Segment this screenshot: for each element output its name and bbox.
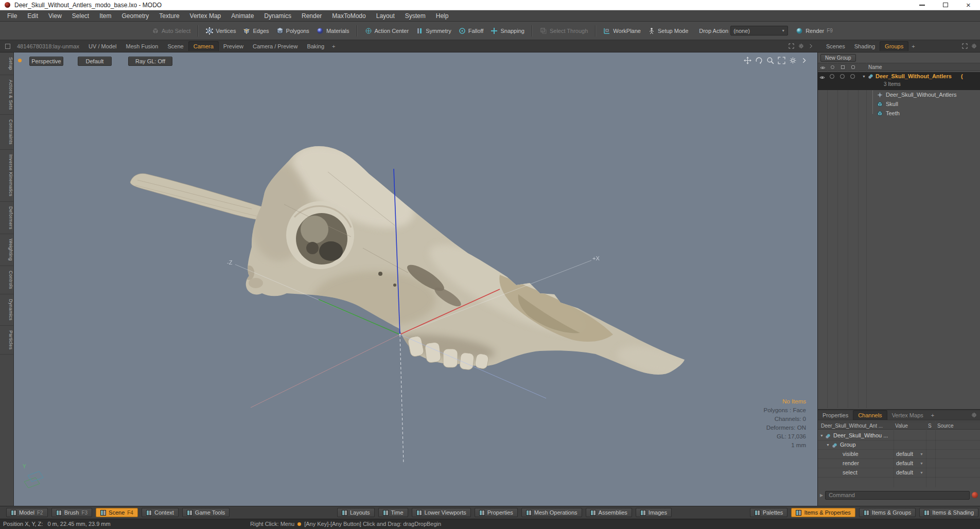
value-dropdown-icon[interactable]: ▼: [920, 459, 923, 468]
tree-item-skull[interactable]: Skull: [818, 100, 980, 109]
item-toggle-2[interactable]: [840, 74, 845, 79]
panel-expand-icon[interactable]: [962, 43, 968, 49]
viewport-3d[interactable]: +X -Z Y Perspective Default Ray GL: Off: [14, 52, 817, 506]
menu-render[interactable]: Render: [296, 11, 327, 21]
symmetry-button[interactable]: Symmetry: [412, 26, 455, 36]
setup-mode-button[interactable]: Setup Mode: [644, 26, 692, 36]
rail-tab-actors-sets[interactable]: Actors & Sets: [0, 75, 13, 115]
tab-camera-preview[interactable]: Camera / Preview: [248, 42, 302, 51]
viewport-camera-button[interactable]: Perspective: [29, 57, 63, 66]
close-button[interactable]: ×: [957, 0, 980, 10]
menu-help[interactable]: Help: [431, 11, 454, 21]
channel-row-visible[interactable]: visible default ▼: [818, 449, 980, 459]
new-group-button[interactable]: New Group: [820, 54, 856, 62]
tab-add-button[interactable]: +: [329, 42, 338, 51]
tab-baking[interactable]: Baking: [302, 42, 329, 51]
rail-tab-weighting[interactable]: Weighting: [0, 234, 13, 266]
panel-mode-items-properties[interactable]: Items & Properties: [791, 508, 855, 517]
expand-icon[interactable]: [789, 43, 794, 49]
tree-item-locator[interactable]: Deer_Skull_Without_Antlers: [818, 91, 980, 99]
tab-groups[interactable]: Groups: [880, 41, 908, 51]
menu-select[interactable]: Select: [67, 11, 94, 21]
expander-icon[interactable]: ▼: [862, 75, 866, 78]
item-eye-icon[interactable]: [819, 74, 825, 80]
pan-icon[interactable]: [744, 57, 751, 64]
orbit-icon[interactable]: [755, 57, 763, 64]
record-icon[interactable]: [972, 492, 978, 498]
toggle-assemblies[interactable]: Assemblies: [586, 508, 632, 517]
menu-file[interactable]: File: [2, 11, 22, 21]
item-toggle-3[interactable]: [850, 74, 855, 79]
zoom-icon[interactable]: [766, 57, 774, 64]
materials-button[interactable]: Materials: [313, 26, 353, 36]
tab-uv-model[interactable]: UV / Model: [84, 42, 121, 51]
menu-texture[interactable]: Texture: [154, 11, 184, 21]
item-toggle-1[interactable]: [830, 74, 834, 79]
toggle-time[interactable]: Time: [378, 508, 408, 517]
panel-mode-items-shading[interactable]: Items & Shading: [919, 508, 978, 517]
tab-scenes[interactable]: Scenes: [821, 42, 850, 51]
toggle-palettes[interactable]: Palettes: [750, 508, 788, 517]
menu-dynamics[interactable]: Dynamics: [259, 11, 296, 21]
edges-button[interactable]: Edges: [239, 26, 272, 36]
tab-vertex-maps[interactable]: Vertex Maps: [887, 411, 928, 420]
polygons-button[interactable]: Polygons: [273, 26, 313, 36]
viewport-chevron-icon[interactable]: [800, 57, 808, 64]
rail-tab-controls[interactable]: Controls: [0, 266, 13, 294]
rail-tab-dynamics[interactable]: Dynamics: [0, 294, 13, 326]
panel-gear-icon[interactable]: [971, 43, 977, 49]
viewport-canvas[interactable]: +X -Z Y: [14, 52, 817, 506]
channel-row-select[interactable]: select default ▼: [818, 468, 980, 478]
menu-animate[interactable]: Animate: [226, 11, 259, 21]
channel-group-row[interactable]: ▼ Deer_Skull_Withou ...: [818, 431, 980, 440]
toggle-images[interactable]: Images: [636, 508, 672, 517]
tab-scene[interactable]: Scene: [163, 42, 188, 51]
select-through-button[interactable]: Select Through: [536, 26, 591, 36]
value-dropdown-icon[interactable]: ▼: [920, 450, 923, 459]
tab-channels[interactable]: Channels: [853, 410, 887, 420]
rail-tab-particles[interactable]: Particles: [0, 326, 13, 355]
channels-gear-icon[interactable]: [971, 412, 977, 418]
tab-mesh-fusion[interactable]: Mesh Fusion: [121, 42, 163, 51]
command-input[interactable]: [825, 491, 970, 500]
value-dropdown-icon[interactable]: ▼: [920, 468, 923, 478]
vertices-button[interactable]: Vertices: [202, 26, 239, 36]
menu-view[interactable]: View: [43, 11, 67, 21]
tab-camera[interactable]: Camera: [188, 41, 219, 51]
viewport-shading-button[interactable]: Default: [78, 57, 112, 66]
layout-button-model[interactable]: ModelF2: [6, 508, 48, 517]
render-button[interactable]: Render F9: [792, 26, 836, 36]
toggle-properties[interactable]: Properties: [475, 508, 518, 517]
layout-window-icon[interactable]: [5, 44, 10, 49]
tab-channels-add-button[interactable]: +: [928, 411, 937, 420]
drop-action-select[interactable]: (none) ▼: [730, 26, 788, 36]
minimize-button[interactable]: [911, 0, 934, 10]
group-row-selected[interactable]: ▼ Deer_Skull_Without_Antlers ( 3 Items: [818, 72, 980, 90]
workplane-button[interactable]: WorkPlane: [600, 26, 644, 36]
layout-button-scene[interactable]: SceneF4: [96, 508, 138, 517]
channel-row-render[interactable]: render default ▼: [818, 459, 980, 468]
rail-tab-setup[interactable]: Setup: [0, 52, 13, 75]
tree-item-teeth[interactable]: Teeth: [818, 109, 980, 118]
layout-button-game-tools[interactable]: Game Tools: [182, 508, 230, 517]
chevron-right-icon[interactable]: [808, 43, 814, 49]
viewport-gear-icon[interactable]: [789, 57, 797, 64]
maximize-button[interactable]: [934, 0, 957, 10]
rail-tab-inverse-kinematics[interactable]: Inverse Kinematics: [0, 150, 13, 201]
menu-system[interactable]: System: [400, 11, 431, 21]
channel-group-row[interactable]: ▼ Group: [818, 440, 980, 450]
tab-properties[interactable]: Properties: [818, 411, 853, 420]
menu-layout[interactable]: Layout: [371, 11, 400, 21]
action-center-button[interactable]: Action Center: [361, 26, 413, 36]
menu-vertex-map[interactable]: Vertex Map: [185, 11, 226, 21]
menu-maxtomodo[interactable]: MaxToModo: [327, 11, 371, 21]
layout-button-brush[interactable]: BrushF3: [51, 508, 92, 517]
rail-tab-constraints[interactable]: Constraints: [0, 115, 13, 150]
rail-tab-deformers[interactable]: Deformers: [0, 202, 13, 235]
toggle-lower-viewports[interactable]: Lower Viewports: [412, 508, 471, 517]
tab-shading[interactable]: Shading: [850, 42, 880, 51]
menu-edit[interactable]: Edit: [22, 11, 43, 21]
auto-select-button[interactable]: Auto Select: [148, 26, 194, 36]
viewport-menu-dot[interactable]: [18, 59, 22, 62]
expander-icon[interactable]: ▼: [826, 440, 830, 450]
